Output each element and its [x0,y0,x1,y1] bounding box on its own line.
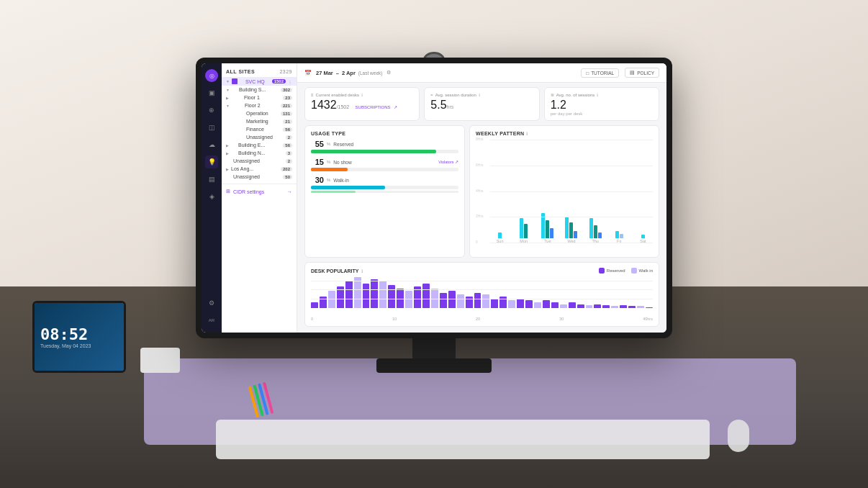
chevron-right-icon: ▶ [226,143,229,148]
popularity-bar [422,284,430,308]
popularity-bar [543,300,550,308]
all-sites-label: ALL SITES [226,69,255,74]
user-icon[interactable]: AR [205,314,218,327]
sidebar-header: ALL SITES 2329 [222,63,297,77]
nav-icon-2[interactable]: ⊕ [205,104,218,117]
sidebar-item-finance[interactable]: Finance 56 [222,125,297,133]
popularity-bar [602,305,610,308]
settings-icon[interactable]: ⚙ [386,70,391,76]
sidebar: ALL SITES 2329 ▼ SVC HQ 1502 ⋮ ▼ Buildin… [222,63,297,333]
stat-card-avg-sessions: ≋ Avg. no. of sessions ℹ 1.2 per day per… [544,87,659,121]
nav-icon-4[interactable]: ☁ [205,138,218,151]
usage-bar-fill [311,168,348,171]
site-name: Unassigned [233,174,281,179]
policy-button[interactable]: ▤ POLICY [625,68,659,78]
sidebar-item-building-s[interactable]: ▼ Building S... 302 [222,86,297,94]
sidebar-item-floor2[interactable]: ▼ Floor 2 221 [222,101,297,109]
site-icon [232,78,238,84]
popularity-bar [525,300,533,308]
desk-popularity-card: DESK POPULARITY ℹ Reserved Walk in [304,262,659,327]
usage-pct: 15 [311,158,324,166]
site-name: Floor 2 [245,103,279,108]
stat-label: ≈ Avg. session duration ℹ [430,92,533,97]
clock-icon: ≈ [430,93,433,97]
site-badge: 221 [281,104,292,108]
monitor-base [376,358,492,373]
site-badge: 302 [281,88,292,92]
popularity-bar [405,291,412,308]
sidebar-item-floor1[interactable]: ▶ Floor 1 23 [222,94,297,101]
popularity-bar [482,294,489,308]
nav-icon-3[interactable]: ◫ [205,121,218,134]
settings-icon[interactable]: ⚙ [205,297,218,309]
sidebar-item-unassigned1[interactable]: Unassigned 2 [222,133,297,141]
popularity-bar [517,299,524,308]
site-name: Building E... [238,143,281,148]
popularity-bar [457,294,464,308]
policy-icon: ▤ [630,70,635,76]
topbar-left: 📅 27 Mar – 2 Apr (Last week) ⚙ [304,70,391,76]
info-icon[interactable]: ℹ [361,268,363,274]
sidebar-item-svc-hq[interactable]: ▼ SVC HQ 1502 ⋮ [222,77,297,86]
sidebar-item-unassigned2[interactable]: Unassigned 2 [222,157,297,165]
nav-icon-7[interactable]: ◈ [205,190,218,203]
popularity-bar [363,284,370,308]
usage-bar-fill-light [311,191,356,193]
site-name: SVC HQ [245,79,270,84]
desk-pop-title: DESK POPULARITY ℹ [311,268,363,274]
charts-row: USAGE TYPE 55 % Reserved [297,125,666,258]
popularity-bar [594,304,601,308]
h-gridline [311,281,653,281]
legend-label: Reserved [607,268,625,273]
site-name: Floor 1 [244,95,281,100]
nav-icon-6[interactable]: ▤ [205,173,218,186]
popularity-bar [388,285,395,308]
laptop-date: Tuesday, May 04 2023 [40,343,91,348]
stat-card-session: ≈ Avg. session duration ℹ 5.5hrs [424,87,539,121]
topbar-right: □ TUTORIAL ▤ POLICY [581,68,659,78]
chevron-down-icon: ▼ [226,104,230,108]
subscriptions-link[interactable]: SUBSCRIPTIONS [356,105,391,109]
info-icon[interactable]: ℹ [361,92,363,97]
sidebar-item-building-n[interactable]: ▶ Building N... 3 [222,149,297,157]
popularity-bar [637,306,644,308]
popularity-bar [311,302,318,308]
date-tag: (Last week) [358,71,383,76]
legend-color-box [631,268,637,274]
site-name: Los Ang... [231,166,279,171]
chevron-down-icon: ▼ [226,88,230,92]
tutorial-button[interactable]: □ TUTORIAL [581,68,619,78]
arrow-right-icon: → [287,189,292,194]
site-name: Unassigned [246,135,284,140]
site-badge: 50 [283,175,292,179]
more-icon[interactable]: ⋮ [288,79,292,84]
info-icon[interactable]: ℹ [479,92,480,97]
desk-pop-header: DESK POPULARITY ℹ Reserved Walk in [311,268,653,274]
topbar: 📅 27 Mar – 2 Apr (Last week) ⚙ □ TUTORIA… [297,63,666,83]
violators-link[interactable]: Violators ↗ [438,160,458,164]
weekly-chart-area: 8Hrs 6Hrs 4Hrs 2Hrs 0 [476,140,653,252]
y-gridline: 8Hrs [490,140,653,140]
sidebar-item-building-e[interactable]: ▶ Building E... 56 [222,141,297,149]
nav-icon-5[interactable]: 💡 [205,155,218,168]
usage-bar-secondary [311,191,458,193]
weekly-pattern-title: WEEKLY PATTERN ℹ [476,131,653,136]
sidebar-item-operation[interactable]: Operation 131 [222,109,297,117]
usage-item-walkin: 30 % Walk-in [311,176,458,193]
main-content: 📅 27 Mar – 2 Apr (Last week) ⚙ □ TUTORIA… [297,63,666,333]
app-logo-icon[interactable]: ◎ [205,69,218,82]
nav-icon-1[interactable]: ▣ [205,86,218,99]
date-end: 2 Apr [342,70,356,76]
popularity-bar [474,293,482,309]
sidebar-item-los-angeles[interactable]: ▶ Los Ang... 202 [222,165,297,173]
popularity-bars [311,277,653,317]
popularity-bar [577,304,584,308]
sidebar-item-unassigned3[interactable]: Unassigned 50 [222,173,297,181]
info-icon[interactable]: ℹ [526,131,528,136]
cidr-settings-row[interactable]: ⊞ CIDR settings → [222,184,297,199]
info-icon[interactable]: ℹ [597,92,598,97]
sidebar-item-marketing[interactable]: Marketing 21 [222,117,297,125]
site-name: Marketing [246,119,281,124]
site-name: Operation [246,111,279,116]
usage-item-reserved: 55 % Reserved [311,140,458,153]
